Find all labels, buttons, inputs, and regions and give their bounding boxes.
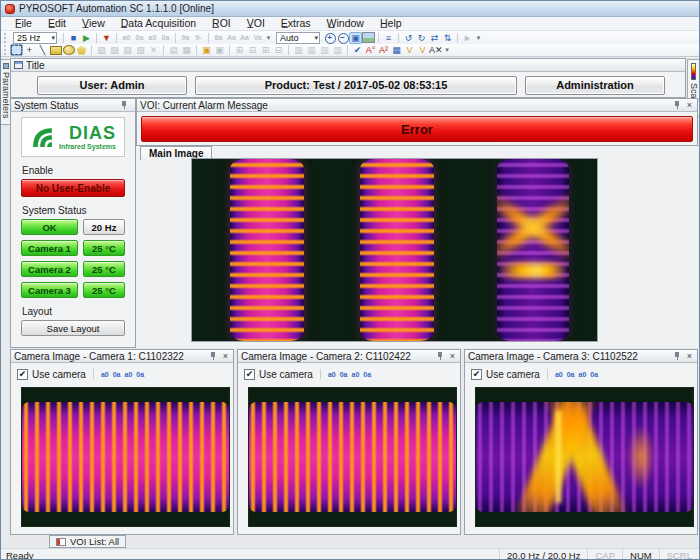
use-camera-checkbox[interactable]	[471, 369, 482, 380]
status-value-button[interactable]: 25 °C	[83, 261, 125, 277]
image-view-icon[interactable]	[362, 32, 375, 44]
camera-thermal-image[interactable]	[248, 387, 457, 527]
system-status-caption[interactable]: System Status	[11, 99, 135, 112]
camera-calibrate-icon[interactable]	[363, 371, 371, 378]
toolbar-grip[interactable]	[4, 45, 7, 55]
menu-item[interactable]: D̲ata Acquisition	[113, 17, 204, 30]
frame-rate-combo[interactable]: 25 Hz	[13, 32, 57, 44]
close-icon[interactable]: ×	[685, 352, 694, 361]
alarm-message-bar: Error	[141, 116, 693, 142]
save-layout-button[interactable]: Save Layout	[21, 320, 125, 336]
point-tool-icon[interactable]: +	[23, 44, 36, 56]
flip-horizontal-icon[interactable]: ⇄	[428, 32, 441, 44]
filter-icon[interactable]: ▼	[100, 32, 113, 44]
stop-icon[interactable]: ■	[67, 32, 80, 44]
use-camera-checkbox[interactable]	[17, 369, 28, 380]
voi-group3-icon: ▥	[318, 44, 331, 56]
line-tool-icon[interactable]: ╲	[36, 44, 49, 56]
camera-offset-icon[interactable]	[567, 371, 575, 378]
status-value-button[interactable]: 25 °C	[83, 240, 125, 256]
user-enable-button[interactable]: No User-Enable	[21, 179, 125, 197]
camera-thermal-image[interactable]	[475, 387, 694, 527]
camera-focus-icon[interactable]	[125, 371, 133, 378]
close-icon[interactable]: ×	[221, 352, 230, 361]
camera-focus-icon[interactable]	[579, 371, 587, 378]
ellipse-tool-icon[interactable]	[62, 44, 75, 56]
status-value-button[interactable]: 20 Hz	[83, 219, 125, 235]
zoom-in-icon[interactable]: +	[323, 32, 336, 44]
menu-item[interactable]: E̲dit	[40, 17, 74, 30]
menu-item[interactable]: E̲xtras	[273, 17, 319, 30]
palette-icon[interactable]: ≡	[382, 32, 395, 44]
toolbar-grip[interactable]	[4, 33, 7, 43]
tab-voi-list[interactable]: VOI List: All	[49, 535, 126, 548]
fit-to-window-icon[interactable]: ▣	[349, 32, 362, 44]
menu-item[interactable]: F̲ile	[7, 17, 40, 30]
alarm-config1-icon[interactable]: A°	[364, 44, 377, 56]
toolbar-overflow-icon[interactable]: ▾	[443, 44, 452, 56]
toolbar-overflow-icon[interactable]: ▾	[264, 32, 273, 44]
pin-icon[interactable]	[673, 352, 681, 361]
sequence-icon: 8a	[212, 32, 225, 44]
camera-gain-icon[interactable]	[328, 371, 336, 378]
alarm-config2-icon[interactable]: A²	[377, 44, 390, 56]
rectangle-tool-icon[interactable]	[49, 44, 62, 56]
rotate-right-icon[interactable]: ↻	[415, 32, 428, 44]
camera-panel: Camera Image - Camera 1: C1102322 × Use …	[10, 349, 234, 535]
status-button[interactable]: Camera 1	[21, 240, 78, 256]
menu-item[interactable]: V̲iew	[74, 17, 113, 30]
title-button[interactable]: Product: Test / 2017-05-02 08:53:15	[195, 76, 517, 95]
voi-settings-icon[interactable]: ▦	[390, 44, 403, 56]
flip-vertical-icon[interactable]: ⇅	[441, 32, 454, 44]
close-icon[interactable]: ×	[685, 101, 694, 110]
status-button[interactable]: OK	[21, 219, 78, 235]
pin-icon[interactable]	[209, 352, 217, 361]
use-camera-checkbox[interactable]	[244, 369, 255, 380]
camera-panel-caption[interactable]: Camera Image - Camera 2: C1102422 ×	[238, 350, 460, 363]
rotate-left-icon[interactable]: ↺	[402, 32, 415, 44]
menu-item[interactable]: W̲indow	[319, 17, 372, 30]
camera-gain-icon[interactable]	[555, 371, 563, 378]
voi-list2-icon[interactable]: V	[416, 44, 429, 56]
main-thermal-image[interactable]	[191, 158, 598, 342]
camera-thermal-image[interactable]	[21, 387, 230, 527]
voi-check-icon[interactable]: ✔	[351, 44, 364, 56]
title-button[interactable]: User: Admin	[37, 76, 187, 95]
select-roi-icon[interactable]	[10, 44, 23, 56]
pin-icon[interactable]	[436, 352, 444, 361]
polygon-tool-icon[interactable]	[75, 44, 88, 56]
title-panel-caption[interactable]: Title	[11, 59, 685, 72]
menu-item[interactable]: R̲OI	[204, 17, 239, 30]
close-icon[interactable]: ×	[448, 352, 457, 361]
camera-offset-icon[interactable]	[113, 371, 121, 378]
zoom-mode-combo[interactable]: Auto	[276, 32, 320, 44]
record-cam2-icon: a0	[146, 32, 159, 44]
paste-roi-icon: ▨	[108, 44, 121, 56]
title-button[interactable]: Administration	[525, 76, 665, 95]
status-value-button[interactable]: 25 °C	[83, 282, 125, 298]
pin-icon[interactable]	[673, 101, 681, 110]
camera-focus-icon[interactable]	[352, 371, 360, 378]
voi-alarm-caption[interactable]: VOI: Current Alarm Message ×	[137, 99, 697, 112]
status-button[interactable]: Camera 3	[21, 282, 78, 298]
menu-item[interactable]: H̲elp	[372, 17, 410, 30]
alarm-reset-icon[interactable]: A✕	[429, 44, 443, 56]
pin-icon[interactable]	[120, 101, 128, 110]
status-framerate: 20.0 Hz / 20.0 Hz	[499, 549, 587, 560]
status-button[interactable]: Camera 2	[21, 261, 78, 277]
voi-list1-icon[interactable]: V	[403, 44, 416, 56]
camera-panel-caption[interactable]: Camera Image - Camera 3: C1102522 ×	[465, 350, 697, 363]
titlebar[interactable]: PYROSOFT Automation SC 1.1.1.0 [Online]	[1, 1, 699, 17]
camera-calibrate-icon[interactable]	[136, 371, 144, 378]
menu-item[interactable]: V̲OI	[239, 17, 273, 30]
camera-offset-icon[interactable]	[340, 371, 348, 378]
camera-panel-caption-text: Camera Image - Camera 1: C1102322	[14, 351, 209, 362]
voi-add-icon[interactable]: ▣	[200, 44, 213, 56]
camera-gain-icon[interactable]	[101, 371, 109, 378]
camera-calibrate-icon[interactable]	[590, 371, 598, 378]
play-icon[interactable]: ▶	[80, 32, 93, 44]
text-overlay-a1-icon: Aa	[225, 32, 238, 44]
camera-panel-caption[interactable]: Camera Image - Camera 1: C1102322 ×	[11, 350, 233, 363]
zoom-out-icon[interactable]: −	[336, 32, 349, 44]
toolbar-overflow-icon[interactable]: ▾	[474, 32, 483, 44]
